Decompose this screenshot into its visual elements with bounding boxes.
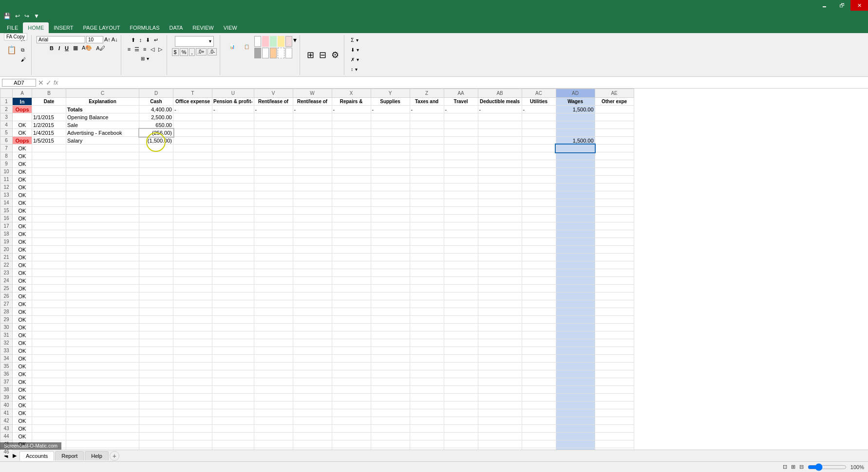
cell-21-AA[interactable] bbox=[444, 254, 478, 261]
cell-32-U[interactable] bbox=[212, 339, 254, 347]
format-as-table-button[interactable]: 📋 bbox=[240, 36, 253, 58]
cell-44-A[interactable]: OK bbox=[13, 433, 32, 440]
cell-45-U[interactable] bbox=[212, 440, 254, 448]
cell-42-Z[interactable] bbox=[410, 417, 444, 425]
cell-43-D[interactable] bbox=[139, 425, 173, 433]
cell-33-V[interactable] bbox=[254, 347, 293, 355]
cell-24-AB[interactable] bbox=[478, 277, 522, 285]
cell-32-A[interactable]: OK bbox=[13, 339, 32, 347]
cell-17-C[interactable] bbox=[66, 222, 139, 230]
redo-qat-button[interactable]: ↪ bbox=[23, 12, 31, 20]
cell-24-Y[interactable] bbox=[371, 277, 410, 285]
cell-22-AB[interactable] bbox=[478, 261, 522, 269]
cell-32-T[interactable] bbox=[173, 339, 212, 347]
cell-2-B[interactable] bbox=[32, 106, 66, 113]
currency-button[interactable]: $ bbox=[172, 48, 179, 56]
cell-26-U[interactable] bbox=[212, 292, 254, 300]
cell-1-T[interactable]: Office expense bbox=[173, 98, 212, 106]
cell-33-A[interactable]: OK bbox=[13, 347, 32, 355]
cell-6-B[interactable]: 1/5/2015 bbox=[32, 137, 66, 145]
cell-40-T[interactable] bbox=[173, 401, 212, 409]
cell-11-AB[interactable] bbox=[478, 176, 522, 183]
cell-42-AC[interactable] bbox=[522, 417, 556, 425]
cell-29-V[interactable] bbox=[254, 316, 293, 324]
cell-39-W[interactable] bbox=[293, 394, 332, 401]
cell-14-AA[interactable] bbox=[444, 199, 478, 207]
cell-28-AD[interactable] bbox=[556, 308, 595, 316]
cell-28-V[interactable] bbox=[254, 308, 293, 316]
cell-30-B[interactable] bbox=[32, 324, 66, 331]
cell-25-A[interactable]: OK bbox=[13, 285, 32, 292]
cell-29-Z[interactable] bbox=[410, 316, 444, 324]
copy-button[interactable]: ⧉ bbox=[19, 46, 28, 54]
cell-21-Z[interactable] bbox=[410, 254, 444, 261]
cell-11-AA[interactable] bbox=[444, 176, 478, 183]
cell-34-W[interactable] bbox=[293, 355, 332, 363]
cell-15-AC[interactable] bbox=[522, 207, 556, 215]
cell-30-Z[interactable] bbox=[410, 324, 444, 331]
cell-36-C[interactable] bbox=[66, 370, 139, 378]
cell-18-T[interactable] bbox=[173, 230, 212, 238]
cell-1-AB[interactable]: Deductible meals bbox=[478, 98, 522, 106]
cell-44-AC[interactable] bbox=[522, 433, 556, 440]
cell-7-W[interactable] bbox=[293, 145, 332, 152]
cell-32-AC[interactable] bbox=[522, 339, 556, 347]
cell-26-Y[interactable] bbox=[371, 292, 410, 300]
good-style-button[interactable] bbox=[270, 36, 277, 47]
cell-23-B[interactable] bbox=[32, 269, 66, 277]
cell-19-D[interactable] bbox=[139, 238, 173, 246]
cell-2-C[interactable]: Totals bbox=[66, 106, 139, 113]
cell-41-AD[interactable] bbox=[556, 409, 595, 417]
col-header-Z[interactable]: Z bbox=[410, 89, 444, 98]
cell-22-AA[interactable] bbox=[444, 261, 478, 269]
cell-24-X[interactable] bbox=[332, 277, 371, 285]
cell-7-Z[interactable] bbox=[410, 145, 444, 152]
cell-39-U[interactable] bbox=[212, 394, 254, 401]
sheet-tab-help[interactable]: Help bbox=[85, 451, 109, 460]
cell-15-X[interactable] bbox=[332, 207, 371, 215]
cell-9-AA[interactable] bbox=[444, 160, 478, 168]
cell-19-W[interactable] bbox=[293, 238, 332, 246]
cell-20-Y[interactable] bbox=[371, 246, 410, 254]
cell-27-T[interactable] bbox=[173, 300, 212, 308]
cell-41-AE[interactable] bbox=[595, 409, 634, 417]
cell-9-C[interactable] bbox=[66, 160, 139, 168]
cell-30-AE[interactable] bbox=[595, 324, 634, 331]
cell-10-D[interactable] bbox=[139, 168, 173, 176]
cell-44-AB[interactable] bbox=[478, 433, 522, 440]
undo-qat-button[interactable]: ↩ bbox=[14, 12, 21, 20]
cell-32-AA[interactable] bbox=[444, 339, 478, 347]
cell-3-A[interactable] bbox=[13, 113, 32, 121]
cell-41-AA[interactable] bbox=[444, 409, 478, 417]
cell-39-C[interactable] bbox=[66, 394, 139, 401]
zoom-slider[interactable] bbox=[808, 463, 847, 471]
cell-13-Z[interactable] bbox=[410, 191, 444, 199]
cell-17-T[interactable] bbox=[173, 222, 212, 230]
cell-40-D[interactable] bbox=[139, 401, 173, 409]
cell-35-A[interactable]: OK bbox=[13, 363, 32, 370]
cell-13-T[interactable] bbox=[173, 191, 212, 199]
cell-32-AE[interactable] bbox=[595, 339, 634, 347]
cell-5-AA[interactable] bbox=[444, 129, 478, 137]
cell-10-Y[interactable] bbox=[371, 168, 410, 176]
cell-45-AA[interactable] bbox=[444, 440, 478, 448]
cell-2-AB[interactable]: - bbox=[478, 106, 522, 113]
cell-43-T[interactable] bbox=[173, 425, 212, 433]
cell-13-AB[interactable] bbox=[478, 191, 522, 199]
cell-28-C[interactable] bbox=[66, 308, 139, 316]
cell-28-AB[interactable] bbox=[478, 308, 522, 316]
cell-44-D[interactable] bbox=[139, 433, 173, 440]
cell-40-C[interactable] bbox=[66, 401, 139, 409]
neutral-style-button[interactable] bbox=[278, 36, 284, 47]
cell-33-C[interactable] bbox=[66, 347, 139, 355]
cell-21-AB[interactable] bbox=[478, 254, 522, 261]
cell-17-AC[interactable] bbox=[522, 222, 556, 230]
cell-43-C[interactable] bbox=[66, 425, 139, 433]
cell-44-AE[interactable] bbox=[595, 433, 634, 440]
cell-41-T[interactable] bbox=[173, 409, 212, 417]
cell-7-AA[interactable] bbox=[444, 145, 478, 152]
cell-9-AB[interactable] bbox=[478, 160, 522, 168]
cell-42-AB[interactable] bbox=[478, 417, 522, 425]
cell-45-AB[interactable] bbox=[478, 440, 522, 448]
cell-12-T[interactable] bbox=[173, 183, 212, 191]
